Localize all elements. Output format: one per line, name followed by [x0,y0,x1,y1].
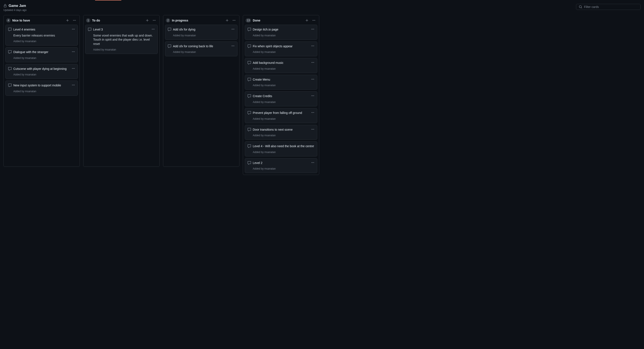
card-title-row: Create Credits [248,94,314,98]
card-menu-button[interactable] [230,43,236,48]
card-title-row: Add background music [248,61,314,65]
note-icon [248,28,251,31]
card-user-link[interactable]: msanatan [105,48,116,51]
lock-icon [4,4,7,7]
top-accent-bar [0,0,644,0]
card-menu-button[interactable] [310,160,315,165]
card-list: Level 3Some voxel enemies that walk up a… [85,25,158,54]
note-icon [8,84,12,87]
kanban-board: 4Nice to haveLevel 4 enemiesEvery barrie… [0,13,644,178]
card-list: Level 4 enemiesEvery barrier releases en… [6,25,78,96]
note-icon [248,44,251,48]
column-menu-button[interactable] [72,18,77,23]
card-description: Some voxel enemies that walk up and down… [93,33,155,46]
card[interactable]: Create CreditsAdded by msanatan [245,91,317,106]
card[interactable]: Add sfx for coming back to lifeAdded by … [165,41,238,56]
card[interactable]: Level 3Some voxel enemies that walk up a… [85,25,158,54]
column: 13DoneDesign itch.io pageAdded by msanat… [243,15,319,175]
card-title: Dialogue with the stranger [13,50,75,54]
card-menu-button[interactable] [71,49,76,54]
column: 1To doLevel 3Some voxel enemies that wal… [83,15,160,167]
note-icon [248,78,251,81]
column-count: 13 [246,18,251,22]
card-user-link[interactable]: msanatan [25,56,36,59]
card-user-link[interactable]: msanatan [264,34,276,37]
card-menu-button[interactable] [310,93,315,98]
card[interactable]: Door transitions to next sceneAdded by m… [245,125,317,140]
card[interactable]: Level 2Added by msanatan [245,158,317,173]
card[interactable]: Add background musicAdded by msanatan [245,58,317,73]
card-user-link[interactable]: msanatan [264,134,276,137]
card[interactable]: Design itch.io pageAdded by msanatan [245,25,317,40]
card-title: Create Menu [253,78,314,82]
card[interactable]: Prevent player from falling off groundAd… [245,108,317,123]
card-list: Design itch.io pageAdded by msanatanFix … [245,25,317,173]
card-user-link[interactable]: msanatan [264,101,276,104]
add-card-button[interactable] [304,18,310,23]
card-menu-button[interactable] [71,27,76,32]
add-card-button[interactable] [224,18,230,23]
card-menu-button[interactable] [310,110,315,115]
card-user-link[interactable]: msanatan [264,117,276,120]
card[interactable]: New input system to support mobileAdded … [6,81,78,96]
search-icon [579,5,582,8]
card-added-by: Added by msanatan [253,151,314,154]
card-title-row: Add sfx for coming back to life [168,44,235,48]
add-card-button[interactable] [65,18,70,23]
column-count: 4 [6,18,10,22]
card-menu-button[interactable] [310,77,315,82]
card-menu-button[interactable] [310,127,315,132]
card-menu-button[interactable] [71,82,76,88]
card-menu-button[interactable] [310,27,315,32]
note-icon [8,28,12,31]
card-user-link[interactable]: msanatan [25,40,36,43]
card-user-link[interactable]: msanatan [264,67,276,70]
card-added-by: Added by msanatan [13,40,75,43]
card-menu-button[interactable] [230,27,236,32]
card-user-link[interactable]: msanatan [25,73,36,76]
card-title: Add sfx for coming back to life [173,44,235,48]
card-menu-button[interactable] [310,43,315,48]
card-user-link[interactable]: msanatan [25,90,36,93]
card-menu-button[interactable] [310,60,315,65]
card[interactable]: Level 4 - Will also need the book at the… [245,141,317,156]
card-menu-button[interactable] [71,66,76,71]
card-user-link[interactable]: msanatan [264,50,276,53]
card-user-link[interactable]: msanatan [184,50,196,53]
card-added-by: Added by msanatan [253,34,314,37]
card-title-row: Fix when spirit objects appear [248,44,314,48]
card-user-link[interactable]: msanatan [264,151,276,154]
card-menu-button[interactable] [310,143,315,148]
card-title-row: New input system to support mobile [8,83,75,88]
card[interactable]: Add sfx for dyingAdded by msanatan [165,25,238,40]
card-title-row: Add sfx for dying [168,27,235,32]
column-menu-button[interactable] [311,18,316,23]
card[interactable]: Dialogue with the strangerAdded by msana… [6,47,78,62]
card-added-by: Added by msanatan [253,167,314,170]
project-header: Game Jam Updated 4 days ago [0,0,644,13]
card-menu-button[interactable] [150,27,156,32]
note-icon [248,128,251,131]
column-count: 2 [166,18,170,22]
card-user-link[interactable]: msanatan [184,34,196,37]
card-title: Level 2 [253,161,314,165]
project-updated: Updated 4 days ago [4,8,26,11]
column-menu-button[interactable] [152,18,157,23]
note-icon [88,28,92,31]
card[interactable]: Level 4 enemiesEvery barrier releases en… [6,25,78,45]
card-title: Door transitions to next scene [253,128,314,132]
column-menu-button[interactable] [232,18,236,23]
card-title: Level 3 [93,27,155,32]
card-user-link[interactable]: msanatan [264,84,276,87]
filter-cards-search[interactable] [576,4,640,10]
card-title: Fix when spirit objects appear [253,44,314,48]
card[interactable]: Create MenuAdded by msanatan [245,75,317,90]
card-user-link[interactable]: msanatan [264,167,276,170]
search-input[interactable] [584,5,638,8]
column-header: 2In progress [165,17,238,25]
card[interactable]: Cutscene with player dying at beginningA… [6,64,78,79]
column-count: 1 [86,18,90,22]
add-card-button[interactable] [145,18,150,23]
note-icon [248,111,251,114]
card[interactable]: Fix when spirit objects appearAdded by m… [245,41,317,56]
